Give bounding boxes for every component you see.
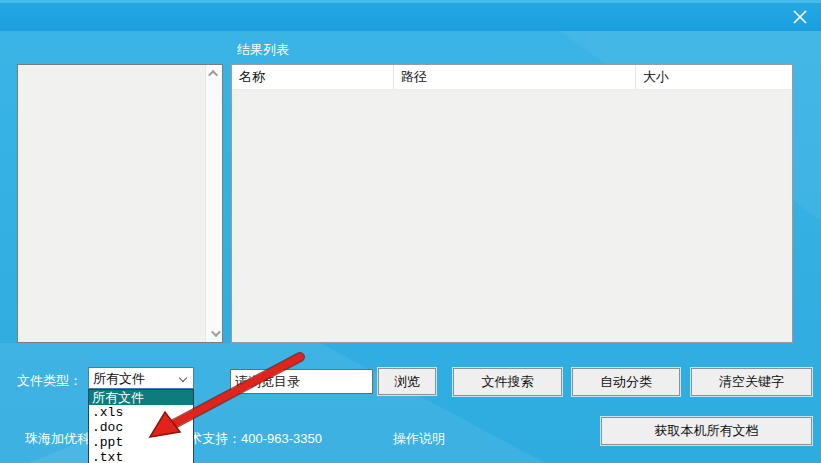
auto-classify-button[interactable]: 自动分类 (572, 368, 680, 396)
column-header-name[interactable]: 名称 (232, 65, 394, 89)
results-list-label: 结果列表 (237, 41, 289, 59)
get-all-documents-button[interactable]: 获取本机所有文档 (601, 417, 812, 445)
chevron-down-icon (210, 327, 220, 337)
title-bar-highlight (0, 0, 821, 3)
scroll-up-button[interactable] (206, 65, 222, 82)
clear-keywords-button[interactable]: 清空关键字 (691, 368, 812, 396)
file-type-combobox[interactable]: 所有文件 (88, 367, 194, 389)
results-table[interactable]: 名称 路径 大小 (231, 64, 793, 343)
file-type-selected-value: 所有文件 (93, 370, 145, 388)
footer-brand-text: 珠海加优科 (25, 430, 90, 448)
footer-support-text: 术支持：400-963-3350 (189, 430, 322, 448)
browse-button[interactable]: 浏览 (378, 368, 436, 395)
file-type-label: 文件类型： (17, 372, 82, 390)
directory-input[interactable] (230, 369, 373, 394)
chevron-up-icon (208, 70, 218, 80)
option-doc[interactable]: .doc (89, 420, 193, 435)
option-txt[interactable]: .txt (89, 450, 193, 463)
column-header-size[interactable]: 大小 (636, 65, 792, 89)
option-all-files[interactable]: 所有文件 (89, 390, 193, 405)
listbox-scrollbar[interactable] (205, 65, 222, 342)
option-ppt[interactable]: .ppt (89, 435, 193, 450)
scroll-down-button[interactable] (206, 325, 222, 342)
help-link[interactable]: 操作说明 (393, 430, 445, 448)
file-type-dropdown-list[interactable]: 所有文件 .xls .doc .ppt .txt (88, 389, 194, 463)
title-bar (0, 0, 821, 31)
column-header-path[interactable]: 路径 (394, 65, 636, 89)
option-xls[interactable]: .xls (89, 405, 193, 420)
chevron-down-icon (179, 374, 187, 382)
results-table-header: 名称 路径 大小 (232, 65, 792, 90)
close-icon (792, 9, 808, 25)
close-button[interactable] (788, 5, 812, 29)
keyword-listbox[interactable] (17, 64, 223, 343)
file-search-button[interactable]: 文件搜索 (453, 368, 562, 396)
